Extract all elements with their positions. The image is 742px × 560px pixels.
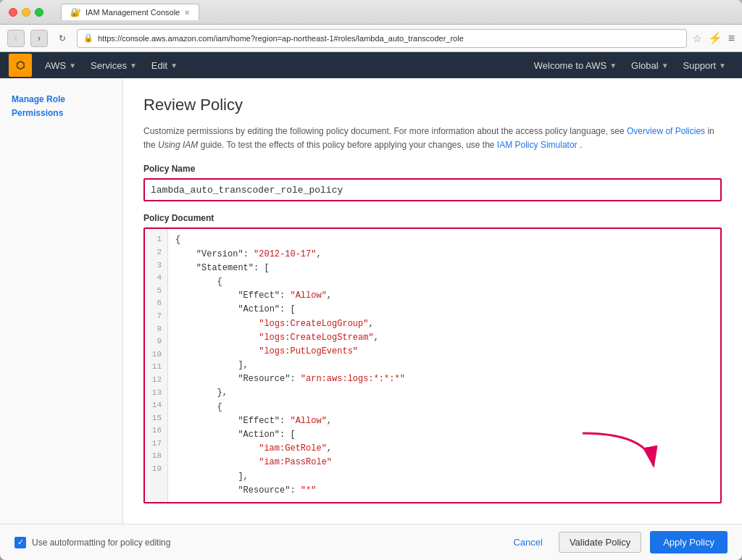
iam-policy-simulator-link[interactable]: IAM Policy Simulator — [497, 140, 578, 150]
line-num-5: 5 — [151, 285, 162, 298]
aws-navbar: ⬡ AWS ▼ Services ▼ Edit ▼ Welcome to AWS… — [0, 52, 742, 78]
page-title: Review Policy — [143, 96, 722, 114]
policy-doc-label: Policy Document — [143, 213, 722, 223]
main-area: Manage Role Permissions Review Policy Cu… — [0, 78, 742, 524]
browser-tab[interactable]: 🔐 IAM Management Console ✕ — [61, 4, 199, 20]
nav-welcome-caret: ▼ — [609, 62, 617, 70]
autoformat-section: ✓ Use autoformatting for policy editing — [14, 537, 170, 548]
code-val-action-5: "iam:PassRole" — [259, 457, 332, 467]
nav-services-label: Services — [91, 60, 127, 71]
code-val-effect-2: "Allow" — [290, 416, 326, 426]
code-key-resource-2: "Resource" — [238, 485, 290, 496]
cancel-button[interactable]: Cancel — [506, 532, 549, 552]
code-key-action-1: "Action" — [238, 304, 280, 314]
url-field[interactable]: 🔒 https://console.aws.amazon.com/iam/hom… — [77, 29, 687, 48]
nav-aws-caret: ▼ — [69, 62, 76, 70]
code-val-action-4: "iam:GetRole" — [259, 443, 327, 454]
toolbar-icons: ⚡ ≡ — [708, 31, 735, 45]
line-num-15: 15 — [151, 412, 162, 425]
code-val-action-1: "logs:CreateLogGroup" — [259, 319, 368, 329]
tab-title: IAM Management Console — [86, 8, 180, 17]
code-key-action-2: "Action" — [238, 430, 280, 440]
nav-services-caret: ▼ — [130, 62, 137, 70]
title-bar: 🔐 IAM Management Console ✕ — [0, 0, 742, 25]
nav-welcome-label: Welcome to AWS — [534, 60, 606, 71]
line-numbers: 1 2 3 4 5 6 7 8 9 10 11 12 13 14 15 16 1 — [145, 229, 168, 502]
sidebar-label-manage: Manage Role — [12, 94, 65, 104]
lock-icon: 🔒 — [83, 33, 93, 43]
autoformat-label: Use autoformatting for policy editing — [32, 538, 170, 548]
nav-item-welcome[interactable]: Welcome to AWS ▼ — [527, 52, 624, 78]
menu-icon[interactable]: ≡ — [728, 32, 735, 45]
line-num-17: 17 — [151, 438, 162, 451]
footer-bar: ✓ Use autoformatting for policy editing … — [0, 524, 742, 560]
code-key-version: "Version" — [196, 249, 243, 259]
content-area: Review Policy Customize permissions by e… — [123, 78, 742, 524]
line-num-2: 2 — [151, 246, 162, 259]
line-num-8: 8 — [151, 323, 162, 336]
desc-end: . — [580, 140, 582, 150]
validate-policy-button[interactable]: Validate Policy — [559, 532, 641, 553]
line-num-4: 4 — [151, 272, 162, 285]
nav-aws-label: AWS — [45, 60, 66, 71]
line-num-16: 16 — [151, 425, 162, 438]
nav-global-label: Global — [631, 60, 659, 71]
desc-text-1: Customize permissions by editing the fol… — [143, 126, 625, 136]
tab-bar: 🔐 IAM Management Console ✕ — [61, 4, 199, 20]
nav-edit-caret: ▼ — [170, 62, 178, 70]
overview-policies-link[interactable]: Overview of Policies — [627, 126, 705, 136]
line-num-14: 14 — [151, 399, 162, 412]
nav-global-caret: ▼ — [662, 62, 669, 70]
nav-right: Welcome to AWS ▼ Global ▼ Support ▼ — [527, 52, 733, 78]
code-key-effect-2: "Effect" — [238, 416, 280, 426]
sidebar-manage-role[interactable]: Manage Role Permissions — [12, 93, 111, 120]
line-num-1: 1 — [151, 233, 162, 246]
policy-editor[interactable]: 1 2 3 4 5 6 7 8 9 10 11 12 13 14 15 16 1 — [143, 227, 722, 503]
code-val-action-3: "logs:PutLogEvents" — [259, 346, 358, 356]
nav-item-global[interactable]: Global ▼ — [624, 52, 675, 78]
browser-window: 🔐 IAM Management Console ✕ ‹ › ↻ 🔒 https… — [0, 0, 742, 560]
bookmark-icon[interactable]: ☆ — [693, 33, 702, 44]
aws-logo-text: ⬡ — [16, 59, 25, 71]
line-num-13: 13 — [151, 387, 162, 400]
apply-policy-button[interactable]: Apply Policy — [650, 531, 728, 553]
page-description: Customize permissions by editing the fol… — [143, 125, 722, 152]
line-num-12: 12 — [151, 374, 162, 387]
code-brace-open: { — [175, 235, 180, 245]
sidebar-label-permissions: Permissions — [12, 108, 63, 118]
sidebar: Manage Role Permissions — [0, 78, 123, 524]
code-content: { "Version": "2012-10-17", "Statement": … — [168, 229, 720, 502]
autoformat-checkbox[interactable]: ✓ — [14, 537, 26, 548]
tab-close-icon[interactable]: ✕ — [184, 9, 190, 17]
back-button[interactable]: ‹ — [7, 30, 25, 47]
refresh-button[interactable]: ↻ — [54, 30, 71, 47]
nav-item-services[interactable]: Services ▼ — [83, 52, 144, 78]
line-num-7: 7 — [151, 310, 162, 323]
line-num-11: 11 — [151, 361, 162, 374]
maximize-button[interactable] — [35, 8, 43, 17]
policy-name-label: Policy Name — [143, 164, 722, 174]
nav-item-edit[interactable]: Edit ▼ — [144, 52, 185, 78]
code-key-effect-1: "Effect" — [238, 291, 280, 301]
nav-edit-label: Edit — [151, 60, 167, 71]
policy-name-input[interactable] — [143, 178, 722, 201]
footer-buttons: Cancel Validate Policy Apply Policy — [506, 531, 728, 553]
code-key-statement: "Statement" — [196, 263, 254, 273]
extension-icon[interactable]: ⚡ — [708, 31, 722, 45]
line-num-9: 9 — [151, 335, 162, 348]
code-val-effect-1: "Allow" — [290, 291, 326, 301]
code-val-resource-2: "*" — [301, 485, 317, 496]
line-num-3: 3 — [151, 259, 162, 272]
nav-support-caret: ▼ — [719, 62, 726, 70]
tab-icon: 🔐 — [70, 7, 81, 17]
close-button[interactable] — [9, 8, 17, 17]
line-num-6: 6 — [151, 297, 162, 310]
nav-item-aws[interactable]: AWS ▼ — [38, 52, 83, 78]
minimize-button[interactable] — [22, 8, 30, 17]
nav-support-label: Support — [683, 60, 717, 71]
forward-button[interactable]: › — [30, 30, 48, 47]
nav-item-support[interactable]: Support ▼ — [676, 52, 733, 78]
line-num-18: 18 — [151, 450, 162, 463]
url-text: https://console.aws.amazon.com/iam/home?… — [98, 34, 464, 43]
address-bar: ‹ › ↻ 🔒 https://console.aws.amazon.com/i… — [0, 25, 742, 52]
